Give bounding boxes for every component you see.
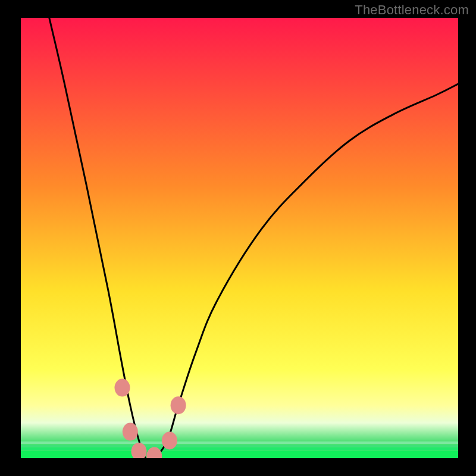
left-lower-dot: [123, 423, 138, 441]
svg-rect-1: [21, 441, 458, 444]
plot-area: [21, 18, 458, 458]
svg-rect-2: [21, 445, 458, 447]
left-upper-dot: [115, 379, 130, 397]
svg-rect-3: [21, 447, 458, 450]
svg-rect-4: [21, 451, 458, 458]
bottom-left-dot: [131, 443, 147, 461]
right-lower-dot: [162, 431, 177, 449]
watermark-text: TheBottleneck.com: [355, 2, 469, 18]
chart-stage: TheBottleneck.com: [0, 0, 476, 476]
chart-svg: [0, 0, 476, 476]
right-upper-dot: [171, 396, 186, 414]
